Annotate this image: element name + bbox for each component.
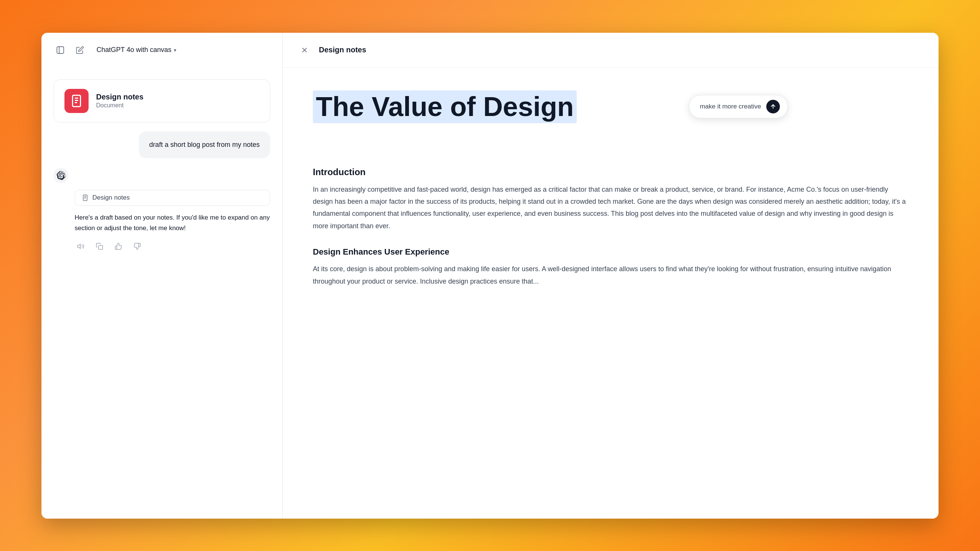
close-canvas-button[interactable]: [298, 43, 311, 57]
design-notes-reference-chip[interactable]: Design notes: [75, 190, 270, 206]
user-message-bubble: draft a short blog post from my notes: [139, 132, 270, 159]
section1: Design Enhances User Experience At its c…: [313, 247, 908, 287]
document-icon-wrapper: [64, 89, 89, 113]
app-window: ChatGPT 4o with canvas ▾ Design notes: [41, 33, 939, 519]
section1-text: At its core, design is about problem-sol…: [313, 263, 908, 287]
chat-panel: ChatGPT 4o with canvas ▾ Design notes: [41, 33, 283, 519]
sidebar-toggle-button[interactable]: [54, 43, 67, 57]
svg-rect-11: [99, 246, 103, 250]
model-selector[interactable]: ChatGPT 4o with canvas ▾: [93, 44, 180, 56]
intro-section: Introduction In an increasingly competit…: [313, 167, 908, 232]
section1-heading: Design Enhances User Experience: [313, 247, 908, 257]
chat-messages-area: Design notes Document draft a short blog…: [41, 67, 282, 519]
assistant-response-area: Design notes Here's a draft based on you…: [54, 167, 270, 252]
canvas-header: Design notes: [283, 33, 939, 68]
blog-title-section: The Value of Design make it more creativ…: [313, 91, 577, 123]
document-card[interactable]: Design notes Document: [54, 79, 270, 122]
inline-prompt-text: make it more creative: [700, 103, 761, 110]
new-chat-button[interactable]: [73, 43, 87, 57]
chip-label: Design notes: [92, 194, 130, 202]
svg-marker-10: [78, 245, 81, 249]
chevron-down-icon: ▾: [174, 47, 177, 53]
inline-send-button[interactable]: [766, 100, 780, 113]
svg-rect-0: [57, 47, 64, 54]
inline-prompt-bubble: make it more creative: [689, 95, 788, 118]
assistant-avatar-row: [54, 167, 270, 183]
copy-button[interactable]: [94, 240, 105, 252]
canvas-panel-title: Design notes: [319, 46, 366, 54]
assistant-avatar: [54, 168, 68, 183]
assistant-response-text: Here's a draft based on your notes. If y…: [75, 213, 270, 233]
thumbs-down-button[interactable]: [131, 240, 143, 252]
user-message-text: draft a short blog post from my notes: [149, 141, 260, 148]
intro-text: In an increasingly competitive and fast-…: [313, 183, 908, 232]
canvas-panel: Design notes The Value of Design make it…: [283, 33, 939, 519]
document-card-title: Design notes: [96, 93, 143, 101]
feedback-actions-row: [75, 240, 270, 252]
blog-post-title: The Value of Design: [313, 91, 577, 123]
read-aloud-button[interactable]: [75, 240, 87, 252]
thumbs-up-button[interactable]: [112, 240, 124, 252]
chat-header: ChatGPT 4o with canvas ▾: [41, 33, 282, 67]
document-info: Design notes Document: [96, 93, 143, 109]
model-name-label: ChatGPT 4o with canvas: [97, 46, 172, 54]
intro-heading: Introduction: [313, 167, 908, 177]
document-card-type: Document: [96, 102, 143, 109]
canvas-content-area: The Value of Design make it more creativ…: [283, 68, 939, 519]
